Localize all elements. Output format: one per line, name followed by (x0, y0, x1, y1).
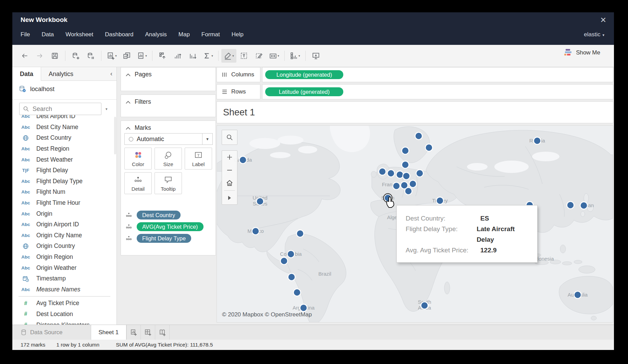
sort-ascending-button[interactable] (170, 49, 185, 63)
collapse-pane-icon[interactable]: ‹ (110, 67, 116, 80)
menu-help[interactable]: Help (232, 31, 244, 38)
field-avg-ticket-price[interactable]: #Avg Ticket Price (12, 298, 116, 309)
add-data-button[interactable] (68, 49, 83, 63)
scrollbar[interactable] (114, 117, 116, 154)
map-mark[interactable] (574, 291, 581, 299)
map-mark[interactable] (403, 173, 410, 180)
redo-button[interactable] (32, 49, 47, 63)
field-dest-region[interactable]: AbcDest Region (12, 143, 116, 154)
pill-flight-delay-type[interactable]: Flight Delay Type (137, 234, 191, 243)
menu-analysis[interactable]: Analysis (145, 31, 167, 38)
map-mark[interactable] (402, 147, 409, 154)
field-origin-city-name[interactable]: AbcOrigin City Name (12, 230, 116, 241)
label-button[interactable]: TLabel (185, 148, 212, 170)
pill-dest-country[interactable]: Dest Country (137, 211, 181, 219)
field-distance-kilometers[interactable]: #Distance Kilometers (12, 319, 116, 325)
fit-button[interactable]: ▾ (267, 49, 282, 63)
field-flight-time-hour[interactable]: AbcFlight Time Hour (12, 198, 116, 209)
map-mark[interactable] (415, 133, 422, 140)
data-connection[interactable]: localhost (19, 85, 54, 93)
map-attribution[interactable]: © 2020 Mapbox © OpenStreetMap (222, 311, 312, 318)
field-origin-country[interactable]: Origin Country (12, 241, 116, 252)
show-mark-labels-button[interactable] (236, 49, 251, 63)
map-mark[interactable] (297, 230, 304, 237)
show-me-button[interactable]: Show Me (564, 49, 600, 57)
map-mark[interactable] (534, 137, 541, 145)
map-mark[interactable] (393, 183, 400, 190)
sort-descending-button[interactable] (185, 49, 200, 63)
field-timestamp[interactable]: Timestamp (12, 273, 116, 284)
map-view[interactable]: CanadaUnitedStatesMexicoColombiaBrazilAr… (217, 125, 613, 323)
field-flight-delay[interactable]: T|FFlight Delay (12, 165, 116, 176)
field-dest-location[interactable]: #Dest Location (12, 309, 116, 320)
cells-button[interactable]: ▾ (287, 49, 303, 63)
field-flight-num[interactable]: AbcFlight Num (12, 187, 116, 198)
pages-card[interactable]: Pages (121, 67, 216, 91)
search-options-icon[interactable]: ▾ (106, 107, 108, 111)
field-origin[interactable]: AbcOrigin (12, 208, 116, 219)
search-input[interactable]: Search (19, 103, 101, 115)
field-origin-weather[interactable]: AbcOrigin Weather (12, 262, 116, 273)
map-mark[interactable] (405, 188, 412, 195)
filters-card[interactable]: Filters (121, 95, 216, 117)
map-mark[interactable] (239, 156, 247, 164)
map-mark[interactable] (402, 161, 409, 168)
field-dest-country[interactable]: Dest Country (12, 133, 116, 143)
color-button[interactable]: Color (124, 148, 152, 170)
map-mark[interactable] (379, 168, 386, 175)
menu-format[interactable]: Format (201, 31, 220, 38)
map-mark[interactable] (300, 304, 307, 312)
pill-avg-avg-ticket-price-[interactable]: AVG(Avg Ticket Price) (137, 222, 204, 231)
map-mark[interactable] (396, 171, 404, 178)
map-mark[interactable] (580, 202, 588, 209)
new-worksheet-tab-button[interactable] (126, 325, 141, 340)
map-mark[interactable] (281, 258, 288, 265)
menu-worksheet[interactable]: Worksheet (65, 31, 93, 38)
user-menu[interactable]: elastic▾ (584, 31, 604, 38)
zoom-out-button[interactable] (222, 164, 237, 177)
map-mark[interactable] (421, 302, 428, 309)
map-mark[interactable] (387, 170, 395, 177)
field-flight-delay-type[interactable]: AbcFlight Delay Type (12, 176, 116, 187)
field-measure-names[interactable]: AbcMeasure Names (12, 284, 116, 295)
pause-updates-button[interactable] (83, 49, 98, 63)
map-mark[interactable] (252, 228, 259, 235)
new-story-tab-button[interactable] (155, 325, 170, 340)
map-mark[interactable] (294, 289, 301, 296)
duplicate-sheet-button[interactable] (119, 49, 134, 63)
mark-type-dropdown[interactable]: Automatic ▼ (124, 133, 213, 145)
highlight-button[interactable]: ▾ (221, 49, 236, 63)
map-mark[interactable] (257, 198, 264, 205)
close-icon[interactable]: ✕ (600, 16, 606, 25)
new-worksheet-button[interactable]: ▾ (104, 49, 119, 63)
map-mark[interactable] (567, 202, 574, 209)
pill-longitude[interactable]: Longitude (generated) (265, 70, 343, 79)
map-mark[interactable] (426, 144, 433, 151)
undo-button[interactable] (17, 49, 32, 63)
menu-data[interactable]: Data (41, 31, 54, 38)
field-origin-region[interactable]: AbcOrigin Region (12, 252, 116, 263)
menu-dashboard[interactable]: Dashboard (105, 31, 133, 38)
presentation-button[interactable] (308, 49, 323, 63)
totals-button[interactable]: ▾ (200, 49, 216, 63)
zoom-home-button[interactable] (222, 177, 237, 190)
map-mark[interactable] (436, 197, 444, 204)
field-dest-weather[interactable]: AbcDest Weather (12, 154, 116, 165)
map-mark[interactable] (416, 170, 423, 177)
field-origin-airport-id[interactable]: AbcOrigin Airport ID (12, 219, 116, 230)
map-mark[interactable] (287, 251, 295, 258)
save-button[interactable] (47, 49, 62, 63)
tooltip-button[interactable]: Tooltip (155, 172, 182, 194)
menu-file[interactable]: File (21, 31, 30, 38)
sheet-tab-active[interactable]: Sheet 1 (91, 325, 127, 340)
map-search-button[interactable] (222, 130, 237, 145)
data-source-tab[interactable]: Data Source (12, 325, 70, 340)
field-dest-city-name[interactable]: AbcDest City Name (12, 122, 116, 133)
detail-button[interactable]: Detail (124, 172, 152, 194)
format-button[interactable] (251, 49, 267, 63)
new-dashboard-tab-button[interactable] (141, 325, 155, 340)
zoom-in-button[interactable] (222, 151, 237, 164)
map-mark[interactable] (409, 180, 417, 188)
map-pan-options-button[interactable] (222, 191, 237, 204)
rows-shelf-drop[interactable]: Latitude (generated) (262, 84, 613, 99)
